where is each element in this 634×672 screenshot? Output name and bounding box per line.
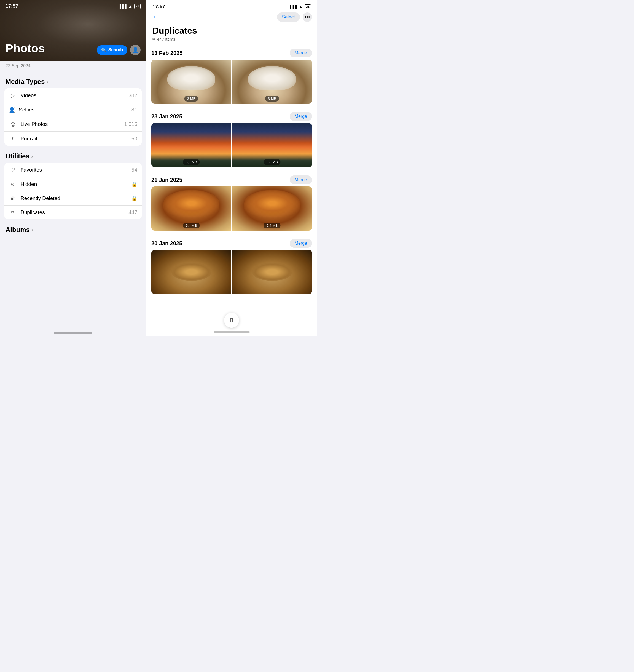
media-types-list: ▷ Videos 382 👤 Selfies 81 ◎ Live Photos … [4, 88, 142, 146]
date-section-3: 21 Jan 2025 Merge 9,4 MB 9,4 MB [151, 171, 312, 231]
right-signal-icon: ▐▐▐ [289, 5, 297, 9]
photo-size-1b: 3 MB [265, 96, 279, 101]
utilities-label: Utilities [5, 152, 29, 160]
deleted-lock-icon: 🔒 [131, 195, 137, 201]
hidden-icon: ⊘ [9, 182, 17, 187]
deleted-icon: 🗑 [9, 195, 17, 201]
wifi-icon: ▲ [128, 4, 132, 9]
left-time: 17:57 [5, 3, 18, 9]
photo-thumb-3b[interactable]: 9,4 MB [232, 186, 312, 231]
account-button[interactable]: 👤 [130, 45, 141, 55]
photo-pair-2: 3,8 MB 3,8 MB [151, 123, 312, 167]
right-panel-wrapper: 17:57 ▐▐▐ ▲ 21 ‹ Select ••• Duplicates ⧉… [146, 0, 317, 336]
photo-pair-4 [151, 250, 312, 294]
videos-count: 382 [128, 92, 137, 98]
date-row-1: 13 Feb 2025 Merge [151, 45, 312, 60]
photo-size-2b: 3,8 MB [264, 159, 281, 165]
signal-icon: ▐▐▐ [118, 4, 126, 8]
title-buttons: 🔍 Search 👤 [97, 45, 141, 55]
albums-label: Albums [5, 226, 30, 234]
photo-thumb-1a[interactable]: 3 MB [151, 60, 231, 104]
portrait-count: 50 [131, 136, 137, 142]
date-3: 21 Jan 2025 [151, 177, 182, 183]
sort-icon: ⇅ [229, 317, 234, 324]
right-nav-bar: ‹ Select ••• [146, 10, 317, 25]
albums-chevron: › [31, 227, 33, 233]
duplicates-count: 447 [128, 209, 137, 215]
photo-size-3a: 9,4 MB [183, 223, 200, 228]
page-title: Duplicates [152, 26, 311, 36]
left-panel: 17:57 ▐▐▐ ▲ 22 Photos 🔍 Search 👤 22 Sep … [0, 0, 146, 336]
photo-thumb-2a[interactable]: 3,8 MB [151, 123, 231, 167]
media-type-selfies[interactable]: 👤 Selfies 81 [4, 103, 142, 117]
nav-actions: Select ••• [277, 13, 312, 22]
select-button[interactable]: Select [277, 13, 300, 22]
duplicates-label: Duplicates [20, 209, 128, 215]
page-subtitle: ⧉ 447 Items [152, 37, 311, 41]
search-magnifier-icon: 🔍 [101, 47, 107, 53]
utilities-header[interactable]: Utilities › [0, 146, 146, 163]
recently-deleted-label: Recently Deleted [20, 195, 131, 201]
home-indicator [54, 332, 92, 334]
subtitle-icon: ⧉ [152, 37, 155, 41]
media-type-portrait[interactable]: ƒ Portrait 50 [4, 132, 142, 146]
right-status-icons: ▐▐▐ ▲ 21 [289, 4, 311, 9]
photo-size-2a: 3,8 MB [183, 159, 200, 165]
right-battery-icon: 21 [304, 4, 311, 9]
merge-button-1[interactable]: Merge [290, 49, 312, 57]
albums-header[interactable]: Albums › [0, 219, 146, 236]
favorites-count: 54 [131, 167, 137, 173]
photo-size-3b: 9,4 MB [264, 223, 281, 228]
sort-fab-button[interactable]: ⇅ [224, 313, 239, 328]
photo-thumb-4b[interactable] [232, 250, 312, 294]
merge-button-3[interactable]: Merge [290, 176, 312, 184]
back-button[interactable]: ‹ [151, 13, 158, 22]
date-section-1: 13 Feb 2025 Merge 3 MB 3 MB [151, 45, 312, 104]
video-icon: ▷ [9, 92, 17, 99]
hero-image: 17:57 ▐▐▐ ▲ 22 Photos 🔍 Search 👤 [0, 0, 146, 61]
selfie-icon: 👤 [9, 107, 15, 113]
right-time: 17:57 [152, 4, 165, 10]
right-header: Duplicates ⧉ 447 Items [146, 25, 317, 45]
items-count: 447 Items [157, 37, 175, 41]
search-button[interactable]: 🔍 Search [97, 45, 127, 55]
photo-thumb-2b[interactable]: 3,8 MB [232, 123, 312, 167]
date-row-3: 21 Jan 2025 Merge [151, 171, 312, 186]
media-types-label: Media Types [5, 78, 45, 86]
right-status-bar: 17:57 ▐▐▐ ▲ 21 [146, 0, 317, 10]
merge-button-4[interactable]: Merge [290, 239, 312, 248]
more-button[interactable]: ••• [303, 13, 312, 22]
videos-label: Videos [20, 92, 128, 98]
utility-duplicates[interactable]: ⧉ Duplicates 447 [4, 206, 142, 219]
utilities-chevron: › [31, 153, 33, 159]
livephotos-label: Live Photos [20, 121, 124, 127]
right-home-bar [214, 331, 250, 333]
date-row-2: 28 Jan 2025 Merge [151, 108, 312, 123]
media-type-videos[interactable]: ▷ Videos 382 [4, 88, 142, 103]
hidden-label: Hidden [20, 181, 131, 187]
media-types-header[interactable]: Media Types › [0, 71, 146, 88]
person-icon: 👤 [132, 47, 138, 53]
utility-recently-deleted[interactable]: 🗑 Recently Deleted 🔒 [4, 191, 142, 206]
date-4: 20 Jan 2025 [151, 240, 182, 247]
utility-favorites[interactable]: ♡ Favorites 54 [4, 163, 142, 177]
media-types-chevron: › [46, 78, 48, 85]
duplicates-content[interactable]: 13 Feb 2025 Merge 3 MB 3 MB 28 Jan 2025 … [146, 45, 317, 328]
media-type-livephotos[interactable]: ◎ Live Photos 1 016 [4, 117, 142, 132]
portrait-icon: ƒ [9, 135, 17, 142]
hero-date: 22 Sep 2024 [0, 61, 146, 71]
livephoto-icon: ◎ [9, 121, 17, 128]
photo-thumb-4a[interactable] [151, 250, 231, 294]
duplicates-icon: ⧉ [9, 210, 17, 215]
photo-thumb-1b[interactable]: 3 MB [232, 60, 312, 104]
photo-thumb-3a[interactable]: 9,4 MB [151, 186, 231, 231]
date-row-4: 20 Jan 2025 Merge [151, 235, 312, 250]
hidden-lock-icon: 🔒 [131, 181, 137, 187]
date-2: 28 Jan 2025 [151, 113, 182, 120]
merge-button-2[interactable]: Merge [290, 112, 312, 121]
left-title-bar: Photos 🔍 Search 👤 [0, 42, 146, 55]
selfies-count: 81 [131, 107, 137, 113]
date-1: 13 Feb 2025 [151, 50, 182, 56]
date-section-2: 28 Jan 2025 Merge 3,8 MB 3,8 MB [151, 108, 312, 167]
utility-hidden[interactable]: ⊘ Hidden 🔒 [4, 177, 142, 191]
